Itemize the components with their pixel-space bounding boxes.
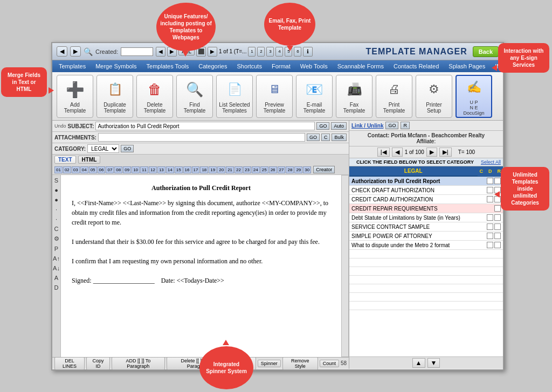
check-c-4[interactable] bbox=[487, 214, 493, 221]
category-go-btn[interactable]: GO bbox=[121, 145, 134, 152]
strip-icon-c[interactable]: C bbox=[53, 226, 60, 232]
strip-icon-a-up[interactable]: A↑ bbox=[53, 255, 60, 262]
num-01[interactable]: 01 bbox=[54, 166, 63, 173]
template-row-13[interactable] bbox=[349, 293, 503, 302]
template-row-2[interactable]: CREDIT CARD AUTHORIZATION bbox=[349, 195, 503, 204]
num-20[interactable]: 20 bbox=[217, 166, 225, 173]
num-19[interactable]: 19 bbox=[209, 166, 217, 173]
num-28[interactable]: 28 bbox=[286, 166, 294, 173]
template-row-9[interactable] bbox=[349, 258, 503, 267]
check-c-1[interactable] bbox=[487, 187, 493, 193]
nav-prev-btn[interactable]: ◀ bbox=[392, 148, 403, 157]
delete-template-button[interactable]: 🗑 DeleteTemplate bbox=[136, 75, 173, 118]
spinner-btn[interactable]: Spinner bbox=[258, 360, 281, 367]
created-input[interactable] bbox=[121, 47, 153, 56]
email-template-button[interactable]: 📧 E-mailTemplate bbox=[296, 75, 333, 118]
check-c-3[interactable] bbox=[494, 205, 501, 212]
right-r-btn[interactable]: R bbox=[401, 122, 410, 129]
nav-first-btn[interactable]: |◀ bbox=[377, 148, 390, 157]
num-24[interactable]: 24 bbox=[252, 166, 260, 173]
editor-area[interactable]: Authorization to Pull Credit Report I, <… bbox=[61, 175, 341, 357]
template-row-10[interactable] bbox=[349, 267, 503, 276]
strip-icon-p[interactable]: P bbox=[53, 246, 60, 252]
back-button[interactable]: Back bbox=[473, 46, 499, 57]
num-02[interactable]: 02 bbox=[63, 166, 71, 173]
menu-shortcuts[interactable]: Shortcuts bbox=[232, 62, 266, 71]
num-icon-4[interactable]: 4 bbox=[275, 47, 283, 57]
num-icon-6[interactable]: 6 bbox=[294, 47, 301, 57]
strip-icon-dot[interactable]: · bbox=[53, 206, 60, 213]
check-d-5[interactable] bbox=[494, 223, 501, 230]
menu-web-tools[interactable]: Web Tools bbox=[296, 62, 332, 71]
num-09[interactable]: 09 bbox=[123, 166, 131, 173]
tab-html[interactable]: HTML bbox=[78, 156, 101, 164]
duplicate-template-button[interactable]: 📋 DuplicateTemplate bbox=[96, 75, 133, 118]
nav-last-btn[interactable]: ▶| bbox=[439, 148, 452, 157]
num-07[interactable]: 07 bbox=[106, 166, 114, 173]
check-c-5[interactable] bbox=[487, 223, 493, 230]
num-27[interactable]: 27 bbox=[278, 166, 286, 173]
template-row-5[interactable]: SERVICE CONTRACT SAMPLE bbox=[349, 222, 503, 232]
menu-categories[interactable]: Categories bbox=[194, 62, 231, 71]
preview-template-button[interactable]: 🖥 PreviewTemplate bbox=[256, 75, 293, 118]
auto-btn[interactable]: Auto bbox=[331, 122, 347, 130]
num-21[interactable]: 21 bbox=[226, 166, 234, 173]
subject-go-btn[interactable]: GO bbox=[316, 122, 329, 130]
category-select[interactable]: LEGAL bbox=[87, 144, 119, 153]
attach-c-btn[interactable]: C bbox=[321, 134, 330, 141]
num-16[interactable]: 16 bbox=[183, 166, 191, 173]
copy-id-btn[interactable]: Copy ID bbox=[86, 357, 109, 370]
nav-icon-4[interactable]: ▶ bbox=[208, 47, 217, 57]
num-icon-3[interactable]: 3 bbox=[266, 47, 274, 57]
template-row-6[interactable]: SIMPLE POWER OF ATTORNEY bbox=[349, 232, 503, 241]
template-row-11[interactable] bbox=[349, 276, 503, 284]
nav-next-btn[interactable]: ▶ bbox=[426, 148, 437, 157]
select-all-link[interactable]: Select All bbox=[481, 159, 501, 165]
template-row-14[interactable] bbox=[349, 302, 503, 310]
add-para-btn[interactable]: ADD [[ ]] To Paragraph bbox=[112, 357, 165, 370]
num-11[interactable]: 11 bbox=[140, 166, 148, 173]
info-icon[interactable]: ℹ bbox=[303, 47, 313, 57]
num-03[interactable]: 03 bbox=[72, 166, 80, 173]
tab-text[interactable]: TEXT bbox=[54, 156, 76, 164]
link-unlink-btn[interactable]: Link / Unlink bbox=[351, 123, 383, 129]
add-template-button[interactable]: ➕ AddTemplate bbox=[57, 75, 93, 118]
num-13[interactable]: 13 bbox=[157, 166, 165, 173]
check-c-6[interactable] bbox=[487, 233, 493, 239]
num-icon-1[interactable]: 1 bbox=[248, 47, 256, 57]
check-d-6[interactable] bbox=[494, 233, 501, 239]
list-nav-up[interactable]: ▲ bbox=[412, 358, 425, 368]
check-c-7[interactable] bbox=[487, 242, 493, 248]
strip-icon-dot2[interactable]: · bbox=[53, 216, 60, 222]
num-25[interactable]: 25 bbox=[260, 166, 268, 173]
num-14[interactable]: 14 bbox=[166, 166, 174, 173]
subject-input[interactable] bbox=[95, 122, 315, 130]
num-22[interactable]: 22 bbox=[234, 166, 243, 173]
print-template-button[interactable]: 🖨 PrintTemplate bbox=[376, 75, 412, 118]
remove-style-btn[interactable]: Remove Style bbox=[282, 357, 318, 370]
right-go-btn[interactable]: GO bbox=[385, 122, 398, 129]
sign-button[interactable]: ✍ U PN EDocuSign bbox=[456, 75, 492, 118]
creator-btn[interactable]: Creator bbox=[313, 166, 335, 173]
num-15[interactable]: 15 bbox=[175, 166, 183, 173]
strip-icon-bullet2[interactable]: ● bbox=[53, 197, 60, 203]
del-lines-btn[interactable]: DEL LINES bbox=[54, 357, 85, 370]
num-icon-2[interactable]: 2 bbox=[257, 47, 265, 57]
template-row-12[interactable] bbox=[349, 284, 503, 293]
menu-contacts[interactable]: Contacts Related bbox=[389, 62, 443, 71]
template-row-4[interactable]: Debt Statute of Limitations by State (in… bbox=[349, 213, 503, 222]
num-12[interactable]: 12 bbox=[149, 166, 157, 173]
strip-icon-s[interactable]: S bbox=[53, 177, 60, 184]
list-nav-down[interactable]: ▼ bbox=[427, 358, 440, 368]
num-30[interactable]: 30 bbox=[303, 166, 311, 173]
num-06[interactable]: 06 bbox=[98, 166, 106, 173]
fwd-nav-btn[interactable]: ▶ bbox=[70, 46, 81, 57]
menu-merge-symbols[interactable]: Merge Symbols bbox=[91, 62, 141, 71]
editor-scrollbar[interactable] bbox=[341, 175, 349, 357]
attach-bulk-btn[interactable]: Bulk bbox=[332, 134, 347, 141]
attach-input[interactable] bbox=[98, 133, 305, 142]
back-nav-btn[interactable]: ◀ bbox=[57, 46, 67, 57]
menu-templates-tools[interactable]: Templates Tools bbox=[142, 62, 194, 71]
printer-setup-button[interactable]: ⚙ PrinterSetup bbox=[416, 75, 452, 118]
strip-icon-gear[interactable]: ⚙ bbox=[53, 235, 60, 242]
